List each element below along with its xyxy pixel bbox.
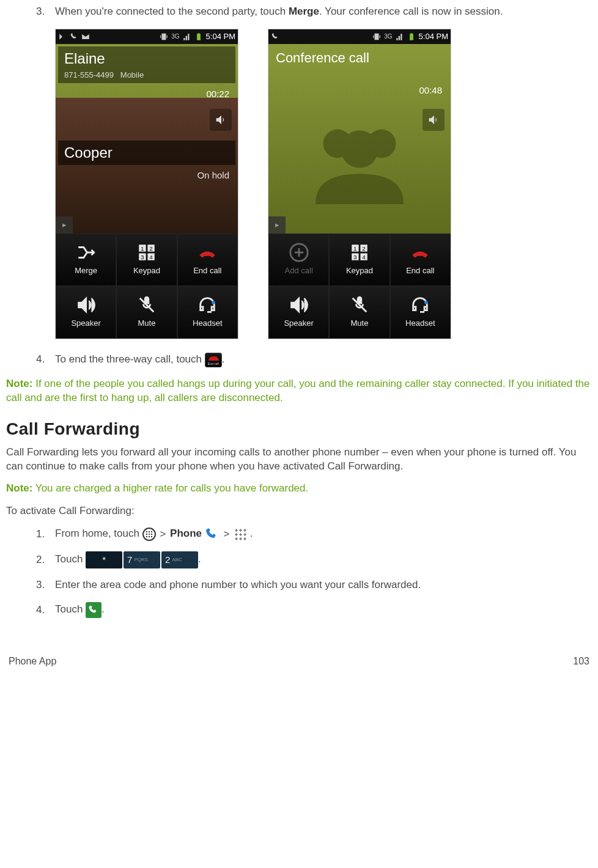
speaker-icon [289,296,309,314]
note-1: Note: If one of the people you called ha… [6,377,592,405]
step4-text-b: . [222,353,225,365]
speaker-icon [76,296,97,314]
end-call-button[interactable]: End call [390,234,451,286]
end-call-button[interactable]: End call [177,234,238,286]
step-3: When you're connected to the second part… [48,5,592,19]
footer-page-number: 103 [573,655,589,668]
screenshot-left: 3G 5:04 PM Elaine 871-555-4499 Mobile 00… [55,29,238,339]
merge-button[interactable]: Merge [56,234,116,286]
signal-icon [183,32,191,41]
mail-status-icon [81,32,90,41]
step3-text-c: . Your conference call is now in session… [319,6,503,17]
svg-text:4: 4 [362,254,366,260]
keypad-icon: 1234 [136,243,157,262]
call-buttons-right: Add call 1234 Keypad End call Speaker Mu… [268,234,451,339]
mute-button[interactable]: Mute [116,286,177,339]
step4-text-a: To end the three-way call, touch [55,353,205,365]
call-buttons-left: Merge 1234 Keypad End call Speaker Mute [56,234,238,339]
end-call-inline-icon [205,353,222,367]
add-call-button[interactable]: Add call [268,234,329,286]
activate-intro: To activate Call Forwarding: [6,504,592,518]
section-heading: Call Forwarding [6,417,592,441]
svg-text:2: 2 [149,245,153,252]
dialpad-icon [234,528,247,541]
page-footer: Phone App 103 [6,655,592,678]
note2-label: Note: [6,482,32,494]
note2-text: You are charged a higher rate for calls … [32,482,308,494]
network-3g: 3G [384,32,392,41]
caller1-details: 871-555-4499 Mobile [64,70,229,81]
svg-point-23 [424,301,428,304]
mute-icon [349,296,370,314]
phone-status-icon [271,32,279,41]
call-button-icon [86,602,102,618]
drawer-handle-icon[interactable]: ▸ [56,216,73,234]
status-time: 5:04 PM [419,31,448,42]
activate-step-3: Enter the area code and phone number to … [48,578,592,592]
footer-section: Phone App [9,655,56,668]
merge-icon [76,243,97,262]
headset-button[interactable]: Headset [177,286,238,339]
phone-icon [205,527,220,542]
mute-button[interactable]: Mute [329,286,389,339]
screenshot-right: 3G 5:04 PM Conference call 00:48 [268,29,451,339]
end-call-icon [197,243,218,262]
caller1-name: Elaine [64,49,229,68]
conference-title: Conference call [276,49,443,67]
note-2: Note: You are charged a higher rate for … [6,482,592,496]
signal-icon [396,32,404,41]
status-time: 5:04 PM [206,31,235,42]
status-bar: 3G 5:04 PM [56,29,238,44]
caller1-card: Elaine 871-555-4499 Mobile [58,46,235,83]
battery-icon [194,32,203,41]
speaker-button[interactable]: Speaker [268,286,329,339]
speaker-toggle-icon[interactable] [210,109,232,131]
end-call-icon [410,243,430,262]
keypad-icon: 1234 [349,243,370,262]
key-2: 2ABC [161,551,198,568]
call-area-left: Elaine 871-555-4499 Mobile 00:22 Cooper … [56,44,238,234]
step3-bold: Merge [289,6,319,17]
dial-keys: * 7PQRS 2ABC [86,551,198,568]
svg-text:1: 1 [353,245,357,252]
speaker-button[interactable]: Speaker [56,286,116,339]
svg-text:1: 1 [141,245,144,252]
caller2-name: Cooper [64,143,229,163]
drawer-handle-icon[interactable]: ▸ [268,216,286,234]
activate-step-1: From home, touch > Phone > . [48,527,592,542]
keypad-button[interactable]: 1234 Keypad [329,234,389,286]
battery-icon [407,32,416,41]
vibrate-icon [160,32,168,41]
section-paragraph: Call Forwarding lets you forward all you… [6,446,592,474]
headset-icon [410,296,430,314]
step3-text-a: When you're connected to the second part… [55,6,289,17]
key-7: 7PQRS [124,551,160,568]
status-bar: 3G 5:04 PM [268,29,451,44]
add-call-icon [289,243,309,262]
activate-step-2: Touch * 7PQRS 2ABC . [48,551,592,568]
network-3g: 3G [171,32,179,41]
svg-text:4: 4 [149,254,153,260]
apps-icon [142,528,156,541]
headset-button[interactable]: Headset [390,286,451,339]
forward-icon [58,32,67,41]
mute-icon [136,296,157,314]
onhold-label: On hold [197,169,229,182]
svg-point-9 [212,301,215,304]
screenshot-row: 3G 5:04 PM Elaine 871-555-4499 Mobile 00… [55,29,592,339]
phone-status-icon [70,32,78,41]
note1-text: If one of the people you called hangs up… [6,378,589,403]
svg-text:3: 3 [353,254,357,260]
call-area-right: Conference call 00:48 ▸ [268,44,451,234]
headset-icon [197,296,218,314]
svg-point-12 [341,130,378,167]
caller2-card: Cooper [58,141,235,165]
activate-step-4: Touch . [48,602,592,618]
note1-label: Note: [6,378,32,389]
vibrate-icon [372,32,381,41]
group-silhouette-icon [268,87,451,234]
key-star: * [86,551,122,568]
svg-text:2: 2 [362,245,366,252]
keypad-button[interactable]: 1234 Keypad [116,234,177,286]
svg-text:3: 3 [141,254,144,260]
